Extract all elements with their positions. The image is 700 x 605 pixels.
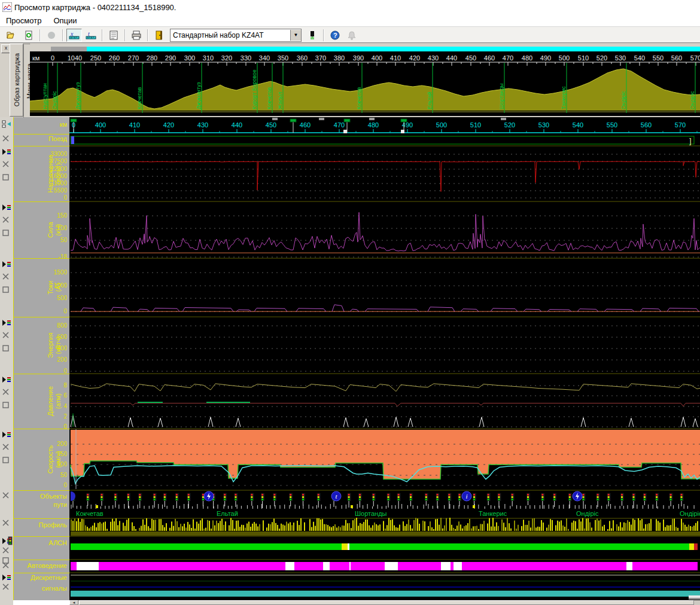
speed-style-button[interactable] bbox=[2, 457, 13, 466]
minimap-station-label: Ондiрiс bbox=[51, 91, 57, 109]
tab-cartridge-image[interactable]: Образ картриджа bbox=[10, 44, 23, 117]
reload-button[interactable] bbox=[21, 29, 36, 42]
profile-bar bbox=[417, 519, 418, 531]
pressure-style-button[interactable] bbox=[2, 402, 13, 411]
profile-bar bbox=[677, 528, 678, 531]
force-close-button[interactable] bbox=[2, 216, 13, 226]
print-button[interactable] bbox=[129, 29, 144, 42]
scrollbar-thumb[interactable] bbox=[79, 600, 694, 605]
toolbar-separator bbox=[102, 29, 103, 41]
help-button[interactable]: ? bbox=[327, 29, 343, 42]
voltage-params-button[interactable] bbox=[1, 148, 12, 157]
profile-bar bbox=[198, 524, 199, 531]
profile-bar bbox=[320, 520, 321, 531]
speed-params-button[interactable] bbox=[1, 430, 12, 440]
menu-view[interactable]: Просмотр bbox=[0, 15, 47, 26]
profile-bar bbox=[94, 523, 95, 531]
report-button[interactable] bbox=[106, 29, 121, 42]
profile-bar bbox=[386, 525, 388, 531]
profile-bar bbox=[257, 527, 258, 531]
profile-bar bbox=[503, 522, 504, 531]
profile-bar bbox=[390, 520, 391, 531]
profile-bar bbox=[71, 520, 72, 531]
energy-params-button[interactable] bbox=[1, 319, 12, 328]
tick-label: 4 bbox=[16, 403, 67, 410]
energy-style-button[interactable] bbox=[2, 345, 13, 355]
profile-bar bbox=[363, 522, 364, 531]
profile-bar bbox=[205, 528, 206, 531]
profile-bar bbox=[334, 524, 336, 531]
discrete-close-button[interactable] bbox=[2, 583, 13, 593]
profile-bar bbox=[552, 520, 553, 531]
marker-button[interactable] bbox=[305, 29, 320, 42]
profile-bar bbox=[562, 525, 564, 531]
train-row-close-button[interactable] bbox=[2, 135, 13, 145]
discrete-params-button[interactable] bbox=[1, 573, 12, 583]
exit-button[interactable] bbox=[151, 29, 167, 42]
minimap-axis-label: 310 bbox=[203, 54, 214, 62]
profile-bar bbox=[105, 522, 106, 531]
toolbar-separator bbox=[124, 29, 126, 41]
force-params-button[interactable] bbox=[1, 203, 12, 213]
profile-bar bbox=[510, 528, 512, 531]
profile-bar bbox=[631, 525, 632, 531]
profile-bar bbox=[697, 521, 698, 531]
objects-close-button[interactable] bbox=[2, 492, 13, 502]
pressure-params-button[interactable] bbox=[1, 375, 12, 385]
record-button[interactable] bbox=[44, 29, 59, 42]
station-label: Кокчетав bbox=[76, 510, 104, 517]
help-icon: ? bbox=[330, 30, 340, 40]
voltage-close-button[interactable] bbox=[2, 161, 13, 170]
profile-bar bbox=[474, 526, 476, 531]
horizontal-scrollbar[interactable]: ◄ bbox=[69, 600, 700, 605]
profile-bar bbox=[604, 525, 605, 531]
profile-bar bbox=[469, 519, 470, 531]
menu-options[interactable]: Опции bbox=[47, 15, 83, 26]
profile-bar bbox=[119, 521, 120, 531]
speed-close-button[interactable] bbox=[2, 444, 13, 453]
minimap-station-label: Жасыл bbox=[277, 91, 283, 109]
profile-bar bbox=[367, 520, 368, 531]
profile-bar bbox=[106, 529, 108, 531]
current-close-button[interactable] bbox=[2, 273, 13, 283]
pressure-close-button[interactable] bbox=[2, 389, 13, 398]
profile-bar bbox=[415, 518, 416, 531]
profile-close-button[interactable] bbox=[2, 520, 13, 529]
scroll-left-arrow[interactable]: ◄ bbox=[69, 600, 78, 605]
profile-bar bbox=[252, 524, 253, 531]
speed-panel-label: Скорость(км/ч) bbox=[47, 429, 62, 490]
autodrive-close-button[interactable] bbox=[2, 562, 13, 572]
preset-combobox[interactable]: Стандартный набор KZ4AT▼ bbox=[170, 29, 302, 42]
axis-scale-button[interactable] bbox=[1, 120, 12, 129]
alarm-button[interactable] bbox=[344, 29, 360, 42]
station-label: Ондiрiс bbox=[680, 510, 700, 517]
profile-bar bbox=[304, 522, 305, 531]
voltage-style-button[interactable] bbox=[2, 174, 13, 184]
current-style-button[interactable] bbox=[2, 286, 13, 296]
alsn-close-button[interactable] bbox=[2, 547, 13, 557]
panel-separator bbox=[13, 560, 69, 560]
tick-label: 100 bbox=[16, 225, 67, 231]
combobox-dropdown-arrow-icon[interactable]: ▼ bbox=[290, 30, 301, 41]
title-bar: Просмотр картриджа - 0402211134_1518990. bbox=[0, 0, 700, 14]
chart-canvas[interactable]: 0400410420430440450460470480490500510520… bbox=[69, 117, 700, 600]
profile-bar bbox=[686, 527, 687, 531]
energy-close-button[interactable] bbox=[2, 332, 13, 341]
profile-bar bbox=[372, 525, 373, 531]
current-params-button[interactable] bbox=[1, 260, 12, 270]
force-style-button[interactable] bbox=[2, 230, 13, 239]
scale-time-button[interactable]: t bbox=[83, 29, 99, 42]
profile-bar bbox=[634, 520, 635, 531]
profile-bar bbox=[160, 519, 162, 531]
profile-bar bbox=[184, 524, 185, 531]
open-button[interactable] bbox=[4, 29, 20, 42]
app-icon bbox=[2, 2, 12, 12]
scale-distance-button[interactable]: x bbox=[66, 29, 82, 42]
profile-bar bbox=[369, 525, 370, 531]
minimap-canvas[interactable]: км01040250260270280290300310320330340350… bbox=[30, 43, 700, 118]
profile-bar bbox=[618, 527, 619, 531]
minimap-axis-label: 420 bbox=[409, 54, 420, 62]
profile-bar bbox=[514, 521, 515, 531]
profile-bar bbox=[620, 522, 621, 531]
profile-bar bbox=[202, 518, 203, 531]
